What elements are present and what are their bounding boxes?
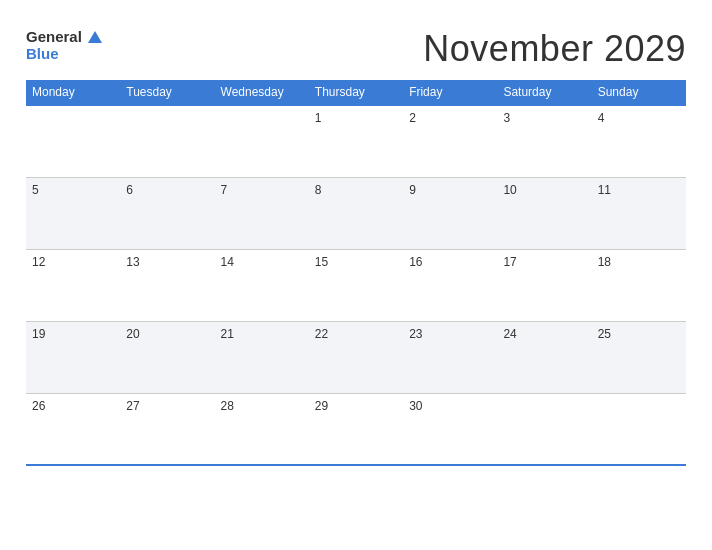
day-cell [120,105,214,177]
logo-general-text: General [26,28,82,45]
logo-general-line: General [26,28,102,46]
logo-triangle-icon [88,31,102,43]
day-number: 9 [409,183,416,197]
day-cell [215,105,309,177]
day-cell: 9 [403,177,497,249]
header-sunday: Sunday [592,80,686,105]
day-cell [592,393,686,465]
day-cell: 28 [215,393,309,465]
week-row-4: 2627282930 [26,393,686,465]
day-cell: 26 [26,393,120,465]
calendar-page: General Blue November 2029 Monday Tuesda… [6,10,706,540]
day-cell: 30 [403,393,497,465]
day-cell: 13 [120,249,214,321]
week-row-0: 1234 [26,105,686,177]
day-cell: 27 [120,393,214,465]
day-cell: 4 [592,105,686,177]
day-number: 17 [503,255,516,269]
day-cell: 3 [497,105,591,177]
day-number: 10 [503,183,516,197]
day-cell: 1 [309,105,403,177]
day-cell: 29 [309,393,403,465]
day-number: 11 [598,183,611,197]
calendar-header: Monday Tuesday Wednesday Thursday Friday… [26,80,686,105]
day-cell: 5 [26,177,120,249]
day-number: 18 [598,255,611,269]
week-row-3: 19202122232425 [26,321,686,393]
day-cell: 2 [403,105,497,177]
day-number: 29 [315,399,328,413]
header: General Blue November 2029 [26,28,686,70]
header-friday: Friday [403,80,497,105]
day-number: 19 [32,327,45,341]
header-saturday: Saturday [497,80,591,105]
day-cell: 12 [26,249,120,321]
day-cell: 20 [120,321,214,393]
day-number: 24 [503,327,516,341]
day-number: 22 [315,327,328,341]
day-cell: 15 [309,249,403,321]
day-number: 16 [409,255,422,269]
calendar-body: 1234567891011121314151617181920212223242… [26,105,686,465]
day-number: 5 [32,183,39,197]
week-row-2: 12131415161718 [26,249,686,321]
month-title: November 2029 [423,28,686,70]
day-number: 4 [598,111,605,125]
day-number: 25 [598,327,611,341]
day-cell: 6 [120,177,214,249]
logo: General Blue [26,28,102,63]
day-number: 2 [409,111,416,125]
day-number: 3 [503,111,510,125]
day-number: 27 [126,399,139,413]
day-number: 14 [221,255,234,269]
day-cell: 23 [403,321,497,393]
day-number: 7 [221,183,228,197]
calendar-table: Monday Tuesday Wednesday Thursday Friday… [26,80,686,466]
header-monday: Monday [26,80,120,105]
day-cell: 11 [592,177,686,249]
day-number: 6 [126,183,133,197]
day-cell: 25 [592,321,686,393]
logo-blue-text: Blue [26,46,59,63]
day-number: 23 [409,327,422,341]
day-cell: 14 [215,249,309,321]
day-cell [497,393,591,465]
day-cell [26,105,120,177]
day-cell: 7 [215,177,309,249]
header-tuesday: Tuesday [120,80,214,105]
day-cell: 16 [403,249,497,321]
day-cell: 17 [497,249,591,321]
day-number: 15 [315,255,328,269]
day-cell: 18 [592,249,686,321]
day-cell: 22 [309,321,403,393]
day-number: 28 [221,399,234,413]
day-cell: 24 [497,321,591,393]
day-cell: 21 [215,321,309,393]
header-wednesday: Wednesday [215,80,309,105]
day-number: 30 [409,399,422,413]
day-header-row: Monday Tuesday Wednesday Thursday Friday… [26,80,686,105]
day-number: 13 [126,255,139,269]
day-cell: 19 [26,321,120,393]
day-number: 8 [315,183,322,197]
day-number: 21 [221,327,234,341]
day-number: 20 [126,327,139,341]
day-cell: 8 [309,177,403,249]
week-row-1: 567891011 [26,177,686,249]
day-number: 1 [315,111,322,125]
day-cell: 10 [497,177,591,249]
day-number: 26 [32,399,45,413]
header-thursday: Thursday [309,80,403,105]
day-number: 12 [32,255,45,269]
